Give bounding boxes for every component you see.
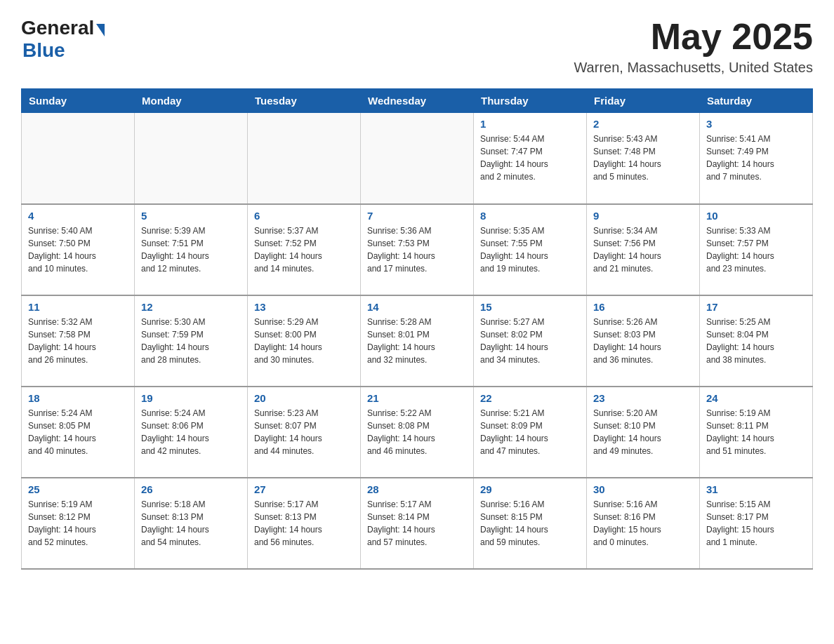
weekday-header-sunday: Sunday — [22, 89, 135, 113]
page-header: General Blue May 2025 Warren, Massachuse… — [21, 17, 813, 76]
calendar-cell: 23Sunrise: 5:20 AM Sunset: 8:10 PM Dayli… — [587, 387, 700, 478]
day-number: 10 — [706, 210, 806, 222]
calendar-cell: 9Sunrise: 5:34 AM Sunset: 7:56 PM Daylig… — [587, 204, 700, 295]
day-number: 12 — [141, 301, 241, 313]
day-number: 13 — [254, 301, 354, 313]
calendar-cell: 7Sunrise: 5:36 AM Sunset: 7:53 PM Daylig… — [361, 204, 474, 295]
calendar-cell: 17Sunrise: 5:25 AM Sunset: 8:04 PM Dayli… — [700, 295, 813, 387]
calendar-cell — [135, 113, 248, 204]
day-info: Sunrise: 5:30 AM Sunset: 7:59 PM Dayligh… — [141, 316, 241, 366]
calendar-cell: 4Sunrise: 5:40 AM Sunset: 7:50 PM Daylig… — [22, 204, 135, 295]
day-number: 8 — [480, 210, 580, 222]
calendar-week-row: 4Sunrise: 5:40 AM Sunset: 7:50 PM Daylig… — [22, 204, 813, 295]
day-number: 4 — [28, 210, 128, 222]
day-info: Sunrise: 5:17 AM Sunset: 8:13 PM Dayligh… — [254, 498, 354, 549]
day-number: 26 — [141, 483, 241, 495]
day-number: 1 — [480, 118, 580, 130]
day-number: 24 — [706, 392, 806, 404]
day-info: Sunrise: 5:24 AM Sunset: 8:06 PM Dayligh… — [141, 407, 241, 457]
day-number: 9 — [593, 210, 693, 222]
day-number: 28 — [367, 483, 467, 495]
calendar-cell: 10Sunrise: 5:33 AM Sunset: 7:57 PM Dayli… — [700, 204, 813, 295]
calendar-cell: 30Sunrise: 5:16 AM Sunset: 8:16 PM Dayli… — [587, 478, 700, 569]
calendar-week-row: 25Sunrise: 5:19 AM Sunset: 8:12 PM Dayli… — [22, 478, 813, 569]
logo-triangle-icon — [96, 24, 105, 36]
day-info: Sunrise: 5:20 AM Sunset: 8:10 PM Dayligh… — [593, 407, 693, 457]
day-info: Sunrise: 5:29 AM Sunset: 8:00 PM Dayligh… — [254, 316, 354, 366]
calendar-cell: 31Sunrise: 5:15 AM Sunset: 8:17 PM Dayli… — [700, 478, 813, 569]
day-info: Sunrise: 5:44 AM Sunset: 7:47 PM Dayligh… — [480, 133, 580, 183]
calendar-cell: 18Sunrise: 5:24 AM Sunset: 8:05 PM Dayli… — [22, 387, 135, 478]
day-info: Sunrise: 5:33 AM Sunset: 7:57 PM Dayligh… — [706, 224, 806, 275]
day-info: Sunrise: 5:36 AM Sunset: 7:53 PM Dayligh… — [367, 224, 467, 275]
weekday-header-thursday: Thursday — [474, 89, 587, 113]
calendar-cell: 19Sunrise: 5:24 AM Sunset: 8:06 PM Dayli… — [135, 387, 248, 478]
day-info: Sunrise: 5:28 AM Sunset: 8:01 PM Dayligh… — [367, 316, 467, 366]
location: Warren, Massachusetts, United States — [574, 60, 813, 76]
calendar-cell: 6Sunrise: 5:37 AM Sunset: 7:52 PM Daylig… — [248, 204, 361, 295]
calendar-cell — [248, 113, 361, 204]
day-info: Sunrise: 5:40 AM Sunset: 7:50 PM Dayligh… — [28, 224, 128, 275]
day-info: Sunrise: 5:41 AM Sunset: 7:49 PM Dayligh… — [706, 133, 806, 183]
day-info: Sunrise: 5:16 AM Sunset: 8:15 PM Dayligh… — [480, 498, 580, 549]
day-info: Sunrise: 5:26 AM Sunset: 8:03 PM Dayligh… — [593, 316, 693, 366]
calendar-cell: 28Sunrise: 5:17 AM Sunset: 8:14 PM Dayli… — [361, 478, 474, 569]
day-number: 16 — [593, 301, 693, 313]
calendar-cell: 14Sunrise: 5:28 AM Sunset: 8:01 PM Dayli… — [361, 295, 474, 387]
calendar-cell: 16Sunrise: 5:26 AM Sunset: 8:03 PM Dayli… — [587, 295, 700, 387]
day-number: 23 — [593, 392, 693, 404]
day-info: Sunrise: 5:25 AM Sunset: 8:04 PM Dayligh… — [706, 316, 806, 366]
weekday-header-wednesday: Wednesday — [361, 89, 474, 113]
calendar-cell: 24Sunrise: 5:19 AM Sunset: 8:11 PM Dayli… — [700, 387, 813, 478]
calendar-week-row: 18Sunrise: 5:24 AM Sunset: 8:05 PM Dayli… — [22, 387, 813, 478]
calendar-cell: 1Sunrise: 5:44 AM Sunset: 7:47 PM Daylig… — [474, 113, 587, 204]
month-title: May 2025 — [574, 17, 813, 57]
day-number: 29 — [480, 483, 580, 495]
day-info: Sunrise: 5:17 AM Sunset: 8:14 PM Dayligh… — [367, 498, 467, 549]
day-info: Sunrise: 5:39 AM Sunset: 7:51 PM Dayligh… — [141, 224, 241, 275]
calendar-cell — [361, 113, 474, 204]
title-area: May 2025 Warren, Massachusetts, United S… — [574, 17, 813, 76]
day-number: 19 — [141, 392, 241, 404]
calendar-cell — [22, 113, 135, 204]
day-info: Sunrise: 5:23 AM Sunset: 8:07 PM Dayligh… — [254, 407, 354, 457]
day-number: 15 — [480, 301, 580, 313]
day-number: 11 — [28, 301, 128, 313]
calendar-cell: 2Sunrise: 5:43 AM Sunset: 7:48 PM Daylig… — [587, 113, 700, 204]
day-info: Sunrise: 5:19 AM Sunset: 8:11 PM Dayligh… — [706, 407, 806, 457]
day-number: 2 — [593, 118, 693, 130]
calendar-cell: 5Sunrise: 5:39 AM Sunset: 7:51 PM Daylig… — [135, 204, 248, 295]
day-number: 27 — [254, 483, 354, 495]
weekday-header-tuesday: Tuesday — [248, 89, 361, 113]
day-number: 18 — [28, 392, 128, 404]
calendar-cell: 22Sunrise: 5:21 AM Sunset: 8:09 PM Dayli… — [474, 387, 587, 478]
day-number: 25 — [28, 483, 128, 495]
calendar-week-row: 11Sunrise: 5:32 AM Sunset: 7:58 PM Dayli… — [22, 295, 813, 387]
calendar-cell: 11Sunrise: 5:32 AM Sunset: 7:58 PM Dayli… — [22, 295, 135, 387]
day-number: 30 — [593, 483, 693, 495]
weekday-header-saturday: Saturday — [700, 89, 813, 113]
day-info: Sunrise: 5:32 AM Sunset: 7:58 PM Dayligh… — [28, 316, 128, 366]
logo-general-text: General — [21, 17, 94, 39]
calendar-cell: 8Sunrise: 5:35 AM Sunset: 7:55 PM Daylig… — [474, 204, 587, 295]
calendar-cell: 13Sunrise: 5:29 AM Sunset: 8:00 PM Dayli… — [248, 295, 361, 387]
day-info: Sunrise: 5:27 AM Sunset: 8:02 PM Dayligh… — [480, 316, 580, 366]
day-info: Sunrise: 5:35 AM Sunset: 7:55 PM Dayligh… — [480, 224, 580, 275]
day-number: 31 — [706, 483, 806, 495]
day-info: Sunrise: 5:19 AM Sunset: 8:12 PM Dayligh… — [28, 498, 128, 549]
day-info: Sunrise: 5:15 AM Sunset: 8:17 PM Dayligh… — [706, 498, 806, 549]
calendar-cell: 25Sunrise: 5:19 AM Sunset: 8:12 PM Dayli… — [22, 478, 135, 569]
day-number: 21 — [367, 392, 467, 404]
calendar-body: 1Sunrise: 5:44 AM Sunset: 7:47 PM Daylig… — [22, 113, 813, 569]
day-info: Sunrise: 5:37 AM Sunset: 7:52 PM Dayligh… — [254, 224, 354, 275]
calendar-cell: 20Sunrise: 5:23 AM Sunset: 8:07 PM Dayli… — [248, 387, 361, 478]
day-number: 5 — [141, 210, 241, 222]
day-number: 7 — [367, 210, 467, 222]
calendar-cell: 12Sunrise: 5:30 AM Sunset: 7:59 PM Dayli… — [135, 295, 248, 387]
calendar-cell: 29Sunrise: 5:16 AM Sunset: 8:15 PM Dayli… — [474, 478, 587, 569]
weekday-header-friday: Friday — [587, 89, 700, 113]
day-info: Sunrise: 5:18 AM Sunset: 8:13 PM Dayligh… — [141, 498, 241, 549]
day-info: Sunrise: 5:24 AM Sunset: 8:05 PM Dayligh… — [28, 407, 128, 457]
calendar-cell: 27Sunrise: 5:17 AM Sunset: 8:13 PM Dayli… — [248, 478, 361, 569]
calendar-header: SundayMondayTuesdayWednesdayThursdayFrid… — [22, 89, 813, 113]
